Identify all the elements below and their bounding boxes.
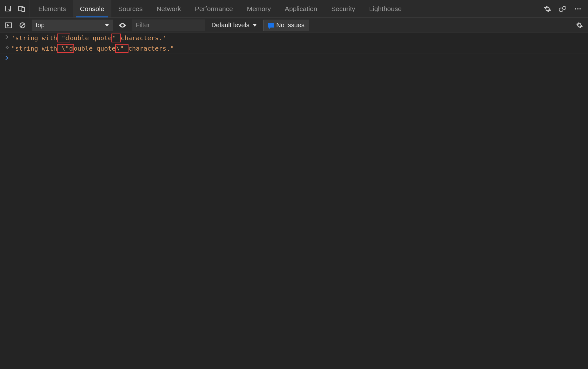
console-prompt-row[interactable] [0,54,588,64]
console-input[interactable] [10,54,12,63]
filter-input[interactable] [132,20,205,31]
svg-point-5 [575,8,576,9]
more-options-icon[interactable] [573,4,582,13]
console-line-text: 'string with "double quote" characters.' [10,34,166,42]
highlight-box: \"d [57,44,74,53]
issues-label: No Issues [276,22,304,29]
tab-network[interactable]: Network [150,0,188,17]
svg-point-3 [559,8,563,12]
output-chevron-icon [4,44,10,50]
svg-point-11 [8,47,9,48]
highlight-box: " [111,34,121,42]
inspect-element-icon[interactable] [4,4,13,13]
tab-application[interactable]: Application [278,0,324,17]
device-toggle-icon[interactable] [17,4,26,13]
speech-bubble-icon [268,23,274,28]
tab-list: Elements Console Sources Network Perform… [31,0,409,17]
svg-point-7 [579,8,581,9]
settings-gear-icon[interactable] [543,4,552,13]
tab-label: Memory [247,5,271,13]
devtools-tabbar: Elements Console Sources Network Perform… [0,0,588,18]
tab-lighthouse[interactable]: Lighthouse [362,0,409,17]
svg-point-4 [563,6,566,9]
execution-context-select[interactable]: top [32,20,113,31]
tab-label: Security [331,5,355,13]
highlight-box: \" [115,44,128,53]
levels-label: Default levels [211,22,249,29]
left-icon-group [3,0,29,17]
dropdown-triangle-icon [253,24,257,27]
dropdown-triangle-icon [105,24,109,27]
issues-button[interactable]: No Issues [263,20,309,31]
svg-line-10 [21,23,24,27]
log-levels-select[interactable]: Default levels [210,22,259,29]
tab-label: Console [80,5,104,13]
live-expression-icon[interactable] [118,21,127,30]
console-input-echo-row: 'string with "double quote" characters.' [0,33,588,43]
tab-label: Sources [118,5,143,13]
tab-label: Elements [38,5,66,13]
tab-sources[interactable]: Sources [111,0,150,17]
tab-security[interactable]: Security [324,0,362,17]
clear-console-icon[interactable] [18,21,27,30]
svg-rect-2 [22,8,24,11]
tab-label: Lighthouse [369,5,402,13]
prompt-chevron-icon [4,54,10,60]
console-output[interactable]: 'string with "double quote" characters.'… [0,33,588,369]
tab-console[interactable]: Console [73,0,111,17]
tab-label: Application [285,5,317,13]
console-output-row: "string with \"double quote\" characters… [0,43,588,54]
whats-new-icon[interactable] [558,4,567,13]
right-icon-group [543,4,585,13]
console-toolbar: top Default levels No Issues [0,18,588,33]
console-line-text: "string with \"double quote\" characters… [10,44,174,53]
tab-label: Network [157,5,181,13]
console-settings-gear-icon[interactable] [575,21,584,30]
tab-memory[interactable]: Memory [240,0,278,17]
tab-elements[interactable]: Elements [31,0,73,17]
tab-label: Performance [195,5,233,13]
highlight-box: "d [57,34,70,42]
input-chevron-icon [4,34,10,39]
toggle-sidebar-icon[interactable] [4,21,13,30]
text-cursor [12,56,12,63]
context-select-label: top [36,22,45,29]
tab-performance[interactable]: Performance [188,0,240,17]
svg-point-6 [577,8,579,9]
